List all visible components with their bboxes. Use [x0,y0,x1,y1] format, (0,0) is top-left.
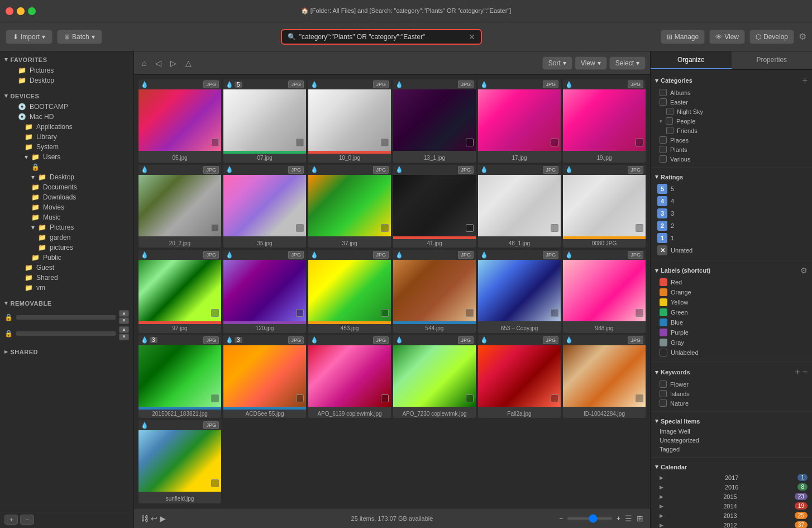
sidebar-item-guest[interactable]: 📁 Guest [0,263,133,273]
labels-settings-icon[interactable]: ⚙ [800,266,808,275]
sidebar-item-user-desktop[interactable]: ▾ 📁 Desktop [0,172,133,182]
cal-2014[interactable]: ▶ 2014 19 [655,501,808,511]
sidebar-item-bootcamp[interactable]: 💿 BOOTCAMP [0,102,133,112]
cat-item-easter[interactable]: Easter [655,97,808,107]
ratings-header[interactable]: ▾ Ratings [655,171,808,183]
up-nav-button[interactable]: △ [182,56,195,70]
keyword-checkbox-nature[interactable] [660,399,667,407]
photo-select-checkbox[interactable] [636,394,643,402]
cat-checkbox-plants[interactable] [660,146,667,153]
keywords-remove-button[interactable]: − [803,367,808,377]
photo-item-5[interactable]: 💧JPG19.jpg [563,79,646,163]
sidebar-item-machd[interactable]: 💿 Mac HD [0,112,133,122]
photo-select-checkbox[interactable] [636,139,643,146]
special-uncategorized[interactable]: Uncategorized [655,436,808,445]
photo-select-checkbox[interactable] [296,224,304,232]
label-orange[interactable]: Orange [655,287,808,297]
photo-select-checkbox[interactable] [636,224,643,232]
photo-item-7[interactable]: 💧JPG35.jpg [223,165,306,248]
special-items-header[interactable]: ▾ Special Items [655,415,808,427]
photo-select-checkbox[interactable] [211,479,219,487]
label-green[interactable]: Green [655,307,808,317]
photo-select-checkbox[interactable] [466,224,474,232]
sidebar-item-pictures[interactable]: 📁 Pictures [0,65,133,75]
rating-1[interactable]: 1 1 [655,232,808,244]
label-blue[interactable]: Blue [655,317,808,327]
photo-select-checkbox[interactable] [466,139,474,146]
removable-down-btn[interactable]: ▼ [119,317,129,324]
search-box[interactable]: 🔍 "category":"Plants" OR "category":"Eas… [281,29,482,45]
photo-item-15[interactable]: 💧JPG544.jpg [393,250,476,333]
sidebar-item-system[interactable]: 📁 System [0,142,133,152]
label-red[interactable]: Red [655,277,808,287]
cat-checkbox-friends[interactable] [666,127,674,134]
photo-select-checkbox[interactable] [551,139,558,146]
grid-view-button[interactable]: ⊞ [637,514,643,523]
keyword-flower[interactable]: Flower [655,379,808,389]
photo-select-checkbox[interactable] [551,224,558,232]
photo-select-checkbox[interactable] [381,394,389,402]
photo-select-checkbox[interactable] [636,309,643,317]
cal-2017[interactable]: ▶ 2017 1 [655,473,808,482]
sidebar-item-applications[interactable]: 📁 Applications [0,122,133,132]
keyword-nature[interactable]: Nature [655,398,808,408]
sidebar-item-users[interactable]: ▾ 📁 Users [0,152,133,162]
cal-2016[interactable]: ▶ 2016 8 [655,482,808,492]
rating-4[interactable]: 4 4 [655,195,808,207]
cat-checkbox-people[interactable] [666,117,673,125]
photo-item-0[interactable]: 💧JPG05.jpg [138,79,221,163]
photo-select-checkbox[interactable] [551,394,558,402]
photo-select-checkbox[interactable] [466,309,474,317]
shared-header[interactable]: ▸ SHARED [0,346,133,358]
batch-button[interactable]: ⊞ Batch ▾ [57,30,102,44]
sidebar-item-vm[interactable]: 📁 vm [0,283,133,293]
categories-add-button[interactable]: + [803,75,808,85]
zoom-slider[interactable] [567,517,612,520]
sidebar-item-movies[interactable]: 📁 Movies [0,202,133,212]
special-image-well[interactable]: Image Well [655,427,808,436]
photo-select-checkbox[interactable] [296,139,304,146]
home-nav-button[interactable]: ⌂ [138,56,150,70]
special-tagged[interactable]: Tagged [655,445,808,454]
close-button[interactable] [6,7,13,15]
manage-button[interactable]: ⊞ Manage [661,30,705,44]
photo-select-checkbox[interactable] [211,309,219,317]
cat-item-nightsky[interactable]: Night Sky [655,107,808,116]
photo-select-checkbox[interactable] [381,139,389,146]
label-yellow[interactable]: Yellow [655,297,808,307]
clear-search-button[interactable]: ✕ [469,32,475,41]
photo-select-checkbox[interactable] [211,139,219,146]
photo-item-14[interactable]: 💧JPG453.jpg [308,250,391,333]
sidebar-item-pictures2[interactable]: ▾ 📁 Pictures [0,222,133,232]
photo-item-4[interactable]: 💧JPG17.jpg [478,79,561,163]
view-mode-button[interactable]: View ▾ [575,56,607,70]
photo-select-checkbox[interactable] [211,394,219,402]
sort-button[interactable]: Sort ▾ [542,56,572,70]
maximize-button[interactable] [28,7,36,15]
photo-select-checkbox[interactable] [296,394,304,402]
photo-select-checkbox[interactable] [296,309,304,317]
label-gray[interactable]: Gray [655,337,808,348]
cat-item-various[interactable]: Various [655,154,808,164]
link-icon-btn[interactable]: ⛓ [141,514,149,523]
cal-2013[interactable]: ▶ 2013 25 [655,511,808,520]
develop-button[interactable]: ⬡ Develop [749,30,794,44]
cat-checkbox-places[interactable] [660,136,667,144]
photo-item-13[interactable]: 💧JPG120.jpg [223,250,306,333]
categories-header[interactable]: ▾ Categories + [655,73,808,88]
play-icon-btn[interactable]: ▶ [160,514,166,523]
cat-checkbox-albums[interactable] [660,89,667,96]
photo-item-20[interactable]: 💧JPGAPO_6139 copiewtmk.jpg [308,335,391,418]
photo-item-23[interactable]: 💧JPGID-10042284.jpg [563,335,646,418]
rating-2[interactable]: 2 2 [655,220,808,232]
cat-item-places[interactable]: Places [655,135,808,145]
cat-checkbox-nightsky[interactable] [666,108,674,115]
keyword-checkbox-islands[interactable] [660,390,667,397]
photo-item-17[interactable]: 💧JPG988.jpg [563,250,646,333]
photo-item-2[interactable]: 💧JPG10_0.jpg [308,79,391,163]
removable-up-btn-2[interactable]: ▲ [119,326,129,333]
photo-item-21[interactable]: 💧JPGAPO_7230 copiewtmk.jpg [393,335,476,418]
keywords-add-button[interactable]: + [795,367,800,377]
minimize-button[interactable] [17,7,25,15]
sidebar-item-library[interactable]: 📁 Library [0,132,133,142]
